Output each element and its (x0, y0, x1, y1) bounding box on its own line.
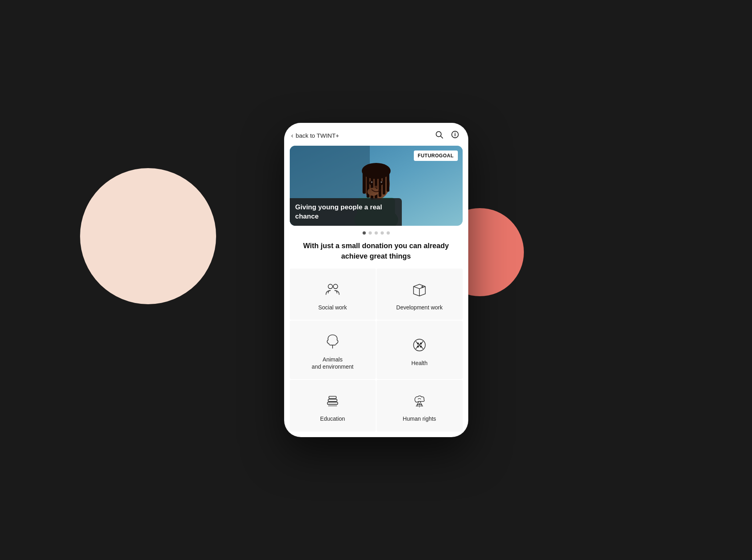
category-label-animals-environment: Animalsand environment (312, 356, 353, 370)
svg-point-35 (420, 346, 422, 347)
svg-rect-39 (328, 399, 337, 402)
bandaid-icon (410, 335, 429, 355)
people-icon (323, 280, 342, 299)
svg-point-22 (381, 181, 382, 183)
box-icon (410, 280, 429, 299)
svg-point-4 (455, 133, 455, 133)
svg-point-25 (328, 284, 333, 289)
svg-point-20 (379, 181, 383, 185)
category-card-social-work[interactable]: Social work (290, 269, 376, 320)
phone-frame: ‹ back to TWINT+ (284, 123, 468, 437)
category-label-development-work: Development work (396, 304, 443, 311)
svg-point-36 (420, 343, 422, 345)
category-card-education[interactable]: Education (290, 380, 376, 431)
category-label-education: Education (320, 415, 345, 422)
category-card-animals-environment[interactable]: Animalsand environment (290, 321, 376, 379)
carousel-dot-3[interactable] (375, 231, 378, 235)
hero-caption: Giving young people a real chance (290, 198, 402, 226)
category-card-development-work[interactable]: Development work (377, 269, 463, 320)
search-icon[interactable] (435, 130, 443, 141)
hero-section: FUTUROGOAL Giving young people a real ch… (290, 146, 463, 226)
back-label: back to TWINT+ (296, 132, 339, 139)
svg-rect-40 (329, 396, 336, 399)
category-label-social-work: Social work (318, 304, 347, 311)
category-label-health: Health (411, 359, 427, 367)
tree-icon (323, 332, 342, 351)
phone-wrapper: ‹ back to TWINT+ (284, 123, 468, 437)
carousel-dot-4[interactable] (381, 231, 384, 235)
svg-point-23 (375, 186, 378, 188)
carousel-dots (284, 226, 468, 238)
books-icon (323, 391, 342, 410)
hero-logo: FUTUROGOAL (414, 151, 458, 161)
category-grid: Social work Development work (290, 269, 463, 432)
svg-point-19 (369, 181, 373, 185)
bg-circle-peach (80, 168, 216, 304)
svg-point-26 (333, 284, 338, 289)
dove-icon (410, 391, 429, 410)
category-card-health[interactable]: Health (377, 321, 463, 379)
svg-rect-17 (383, 170, 385, 195)
svg-point-21 (371, 181, 373, 183)
svg-point-34 (417, 343, 419, 345)
section-heading: With just a small donation you can alrea… (284, 238, 468, 268)
info-icon[interactable] (451, 130, 459, 141)
svg-rect-18 (387, 170, 389, 192)
carousel-dot-2[interactable] (369, 231, 372, 235)
top-bar: ‹ back to TWINT+ (284, 123, 468, 146)
carousel-dot-1[interactable] (363, 231, 366, 235)
top-icons (435, 130, 459, 141)
svg-point-37 (417, 346, 419, 347)
svg-rect-12 (363, 170, 366, 194)
carousel-dot-5[interactable] (387, 231, 390, 235)
category-label-human-rights: Human rights (403, 415, 436, 422)
svg-line-1 (441, 136, 443, 138)
category-card-human-rights[interactable]: Human rights (377, 380, 463, 431)
back-arrow-icon: ‹ (291, 132, 293, 139)
back-button[interactable]: ‹ back to TWINT+ (291, 132, 339, 139)
